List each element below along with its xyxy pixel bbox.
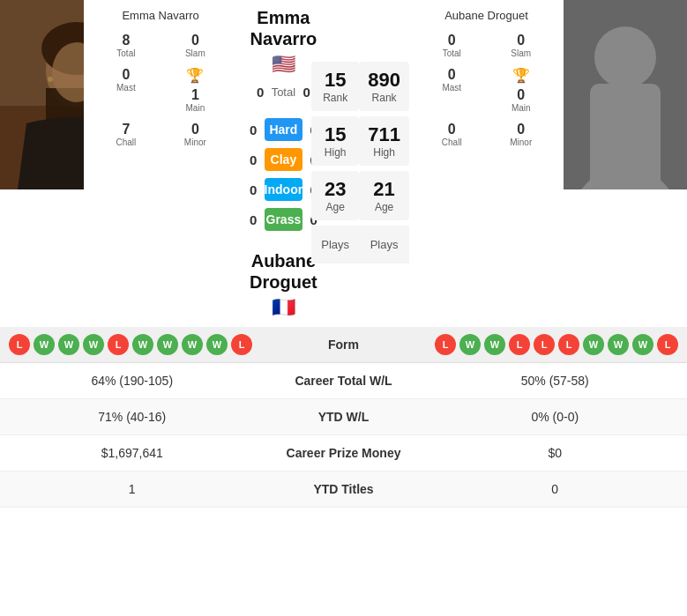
form-badge: W bbox=[206, 334, 228, 355]
right-age-box: 21 Age bbox=[359, 171, 409, 220]
left-player-info: Emma Navarro 8 Total 0 Slam 0 Mast 🏆 bbox=[84, 0, 238, 160]
form-badge: W bbox=[34, 334, 55, 355]
right-stats-grid: 0 Total 0 Slam 0 Mast 🏆 0 Main bbox=[414, 29, 559, 151]
stats-cell-left: 1 bbox=[9, 482, 256, 496]
stats-table-row: 64% (190-105)Career Total W/L50% (57-58) bbox=[0, 363, 687, 399]
svg-rect-11 bbox=[590, 84, 661, 189]
stats-cell-left: 64% (190-105) bbox=[9, 374, 256, 388]
indoor-badge: Indoor bbox=[265, 178, 303, 201]
left-plays-box: Plays bbox=[311, 226, 359, 263]
stats-cell-center: YTD W/L bbox=[256, 410, 432, 424]
form-badge: W bbox=[83, 334, 104, 355]
left-name-flag: Emma Navarro 🇺🇸 bbox=[250, 0, 317, 79]
clay-badge: Clay bbox=[265, 148, 303, 171]
comparison-page: Emma Navarro 8 Total 0 Slam 0 Mast 🏆 bbox=[0, 0, 687, 508]
form-badge: W bbox=[484, 334, 505, 355]
trophy-icon-left: 🏆 bbox=[186, 67, 204, 84]
form-badge: W bbox=[157, 334, 178, 355]
left-slam-stat: 0 Slam bbox=[161, 29, 229, 62]
stats-table-row: $1,697,641Career Prize Money$0 bbox=[0, 435, 687, 471]
left-main-stat: 🏆 1 Main bbox=[161, 63, 229, 116]
right-mast-stat: 0 Mast bbox=[418, 63, 486, 116]
form-badge: L bbox=[657, 334, 678, 355]
stats-cell-left: 71% (40-16) bbox=[9, 410, 256, 424]
form-badge: W bbox=[583, 334, 604, 355]
form-badge: L bbox=[108, 334, 129, 355]
form-badge: L bbox=[435, 334, 456, 355]
right-minor-stat: 0 Minor bbox=[487, 118, 555, 151]
top-comparison-area: Emma Navarro 8 Total 0 Slam 0 Mast 🏆 bbox=[0, 0, 687, 323]
stats-cell-right: 0% (0-0) bbox=[432, 410, 679, 424]
form-badge: W bbox=[632, 334, 653, 355]
left-age-box: 23 Age bbox=[311, 171, 359, 220]
left-total-stat: 8 Total bbox=[93, 29, 161, 62]
form-section: LWWWLWWWWL Form LWWLLLWWWL bbox=[0, 327, 687, 362]
stats-cell-right: 0 bbox=[432, 482, 679, 496]
right-high-box: 711 High bbox=[359, 116, 409, 166]
right-name-flag: Aubane Droguet 🇫🇷 bbox=[250, 243, 317, 323]
form-badge: L bbox=[9, 334, 30, 355]
left-chall-stat: 7 Chall bbox=[93, 118, 161, 151]
stats-cell-center: YTD Titles bbox=[256, 482, 432, 496]
left-form-badges: LWWWLWWWWL bbox=[9, 334, 300, 355]
stats-cell-right: 50% (57-58) bbox=[432, 374, 679, 388]
left-center-stats: 15 Rank 15 High 23 Age Plays bbox=[311, 57, 359, 263]
right-form-badges: LWWLLLWWWL bbox=[388, 334, 679, 355]
left-player-name-center: Emma Navarro bbox=[250, 7, 317, 49]
right-main-stat: 🏆 0 Main bbox=[487, 63, 555, 116]
form-badge: W bbox=[58, 334, 79, 355]
left-rank-box: 15 Rank bbox=[311, 62, 359, 111]
stats-cell-center: Career Total W/L bbox=[256, 374, 432, 388]
form-badge: L bbox=[558, 334, 579, 355]
form-badge: L bbox=[231, 334, 252, 355]
form-badge: L bbox=[509, 334, 530, 355]
stats-table-row: 1YTD Titles0 bbox=[0, 471, 687, 508]
left-player-photo bbox=[0, 0, 84, 189]
form-badge: W bbox=[459, 334, 481, 355]
left-high-box: 15 High bbox=[311, 116, 359, 166]
svg-point-10 bbox=[594, 26, 656, 88]
left-player-name: Emma Navarro bbox=[88, 9, 234, 22]
right-player-name-center: Aubane Droguet bbox=[250, 250, 317, 293]
stats-table: 64% (190-105)Career Total W/L50% (57-58)… bbox=[0, 362, 687, 508]
right-center-stats: 890 Rank 711 High 21 Age Plays bbox=[359, 57, 409, 263]
form-badge: W bbox=[132, 334, 153, 355]
form-badge: W bbox=[182, 334, 203, 355]
left-flag: 🇺🇸 bbox=[272, 53, 295, 76]
right-slam-stat: 0 Slam bbox=[487, 29, 555, 62]
svg-rect-8 bbox=[0, 0, 84, 189]
stats-cell-center: Career Prize Money bbox=[256, 446, 432, 460]
stats-cell-right: $0 bbox=[432, 446, 679, 460]
right-player-photo bbox=[564, 0, 687, 189]
right-plays-box: Plays bbox=[359, 226, 409, 263]
right-total-stat: 0 Total bbox=[418, 29, 486, 62]
right-chall-stat: 0 Chall bbox=[418, 118, 486, 151]
form-badge: L bbox=[534, 334, 555, 355]
left-stats-grid: 8 Total 0 Slam 0 Mast 🏆 1 Main bbox=[88, 29, 234, 151]
grass-badge: Grass bbox=[265, 208, 303, 231]
form-badge: W bbox=[608, 334, 629, 355]
form-label: Form bbox=[300, 338, 388, 352]
right-player-name: Aubane Droguet bbox=[414, 9, 559, 22]
hard-badge: Hard bbox=[265, 118, 303, 141]
total-row: 0 Total 0 bbox=[250, 79, 317, 104]
stats-table-row: 71% (40-16)YTD W/L0% (0-0) bbox=[0, 399, 687, 435]
left-minor-stat: 0 Minor bbox=[161, 118, 229, 151]
left-mast-stat: 0 Mast bbox=[93, 63, 161, 116]
right-flag: 🇫🇷 bbox=[272, 296, 295, 319]
trophy-icon-right: 🏆 bbox=[512, 67, 530, 84]
right-player-info: Aubane Droguet 0 Total 0 Slam 0 Mast 🏆 bbox=[409, 0, 564, 160]
right-rank-box: 890 Rank bbox=[359, 62, 409, 111]
stats-cell-left: $1,697,641 bbox=[9, 446, 256, 460]
